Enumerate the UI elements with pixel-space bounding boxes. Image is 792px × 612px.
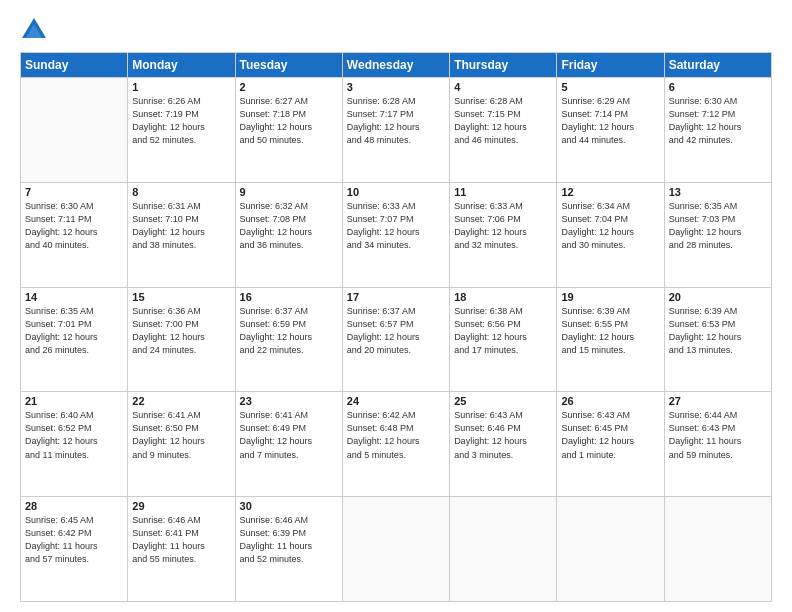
- header-day-wednesday: Wednesday: [342, 53, 449, 78]
- header: [20, 16, 772, 44]
- logo-icon: [20, 16, 48, 44]
- header-day-thursday: Thursday: [450, 53, 557, 78]
- day-info: Sunrise: 6:36 AMSunset: 7:00 PMDaylight:…: [132, 305, 230, 357]
- day-info: Sunrise: 6:44 AMSunset: 6:43 PMDaylight:…: [669, 409, 767, 461]
- day-number: 24: [347, 395, 445, 407]
- day-number: 5: [561, 81, 659, 93]
- calendar-cell: 21Sunrise: 6:40 AMSunset: 6:52 PMDayligh…: [21, 392, 128, 497]
- week-row-2: 7Sunrise: 6:30 AMSunset: 7:11 PMDaylight…: [21, 182, 772, 287]
- calendar-cell: 27Sunrise: 6:44 AMSunset: 6:43 PMDayligh…: [664, 392, 771, 497]
- day-info: Sunrise: 6:41 AMSunset: 6:49 PMDaylight:…: [240, 409, 338, 461]
- calendar-cell: 3Sunrise: 6:28 AMSunset: 7:17 PMDaylight…: [342, 78, 449, 183]
- calendar-cell: 17Sunrise: 6:37 AMSunset: 6:57 PMDayligh…: [342, 287, 449, 392]
- calendar-cell: 25Sunrise: 6:43 AMSunset: 6:46 PMDayligh…: [450, 392, 557, 497]
- header-day-saturday: Saturday: [664, 53, 771, 78]
- day-info: Sunrise: 6:28 AMSunset: 7:15 PMDaylight:…: [454, 95, 552, 147]
- day-number: 15: [132, 291, 230, 303]
- header-day-sunday: Sunday: [21, 53, 128, 78]
- calendar-cell: 13Sunrise: 6:35 AMSunset: 7:03 PMDayligh…: [664, 182, 771, 287]
- calendar-cell: 22Sunrise: 6:41 AMSunset: 6:50 PMDayligh…: [128, 392, 235, 497]
- calendar-cell: 18Sunrise: 6:38 AMSunset: 6:56 PMDayligh…: [450, 287, 557, 392]
- day-info: Sunrise: 6:35 AMSunset: 7:03 PMDaylight:…: [669, 200, 767, 252]
- day-info: Sunrise: 6:34 AMSunset: 7:04 PMDaylight:…: [561, 200, 659, 252]
- calendar-cell: 5Sunrise: 6:29 AMSunset: 7:14 PMDaylight…: [557, 78, 664, 183]
- calendar-header: SundayMondayTuesdayWednesdayThursdayFrid…: [21, 53, 772, 78]
- day-info: Sunrise: 6:46 AMSunset: 6:39 PMDaylight:…: [240, 514, 338, 566]
- day-info: Sunrise: 6:35 AMSunset: 7:01 PMDaylight:…: [25, 305, 123, 357]
- header-row: SundayMondayTuesdayWednesdayThursdayFrid…: [21, 53, 772, 78]
- day-info: Sunrise: 6:31 AMSunset: 7:10 PMDaylight:…: [132, 200, 230, 252]
- day-number: 9: [240, 186, 338, 198]
- calendar-cell: 26Sunrise: 6:43 AMSunset: 6:45 PMDayligh…: [557, 392, 664, 497]
- calendar-cell: [664, 497, 771, 602]
- day-number: 23: [240, 395, 338, 407]
- day-info: Sunrise: 6:37 AMSunset: 6:59 PMDaylight:…: [240, 305, 338, 357]
- calendar-cell: 24Sunrise: 6:42 AMSunset: 6:48 PMDayligh…: [342, 392, 449, 497]
- day-info: Sunrise: 6:30 AMSunset: 7:12 PMDaylight:…: [669, 95, 767, 147]
- day-number: 16: [240, 291, 338, 303]
- calendar-cell: [21, 78, 128, 183]
- calendar-cell: 4Sunrise: 6:28 AMSunset: 7:15 PMDaylight…: [450, 78, 557, 183]
- calendar-cell: 7Sunrise: 6:30 AMSunset: 7:11 PMDaylight…: [21, 182, 128, 287]
- day-info: Sunrise: 6:28 AMSunset: 7:17 PMDaylight:…: [347, 95, 445, 147]
- day-number: 1: [132, 81, 230, 93]
- calendar-cell: 15Sunrise: 6:36 AMSunset: 7:00 PMDayligh…: [128, 287, 235, 392]
- day-number: 8: [132, 186, 230, 198]
- calendar-cell: [557, 497, 664, 602]
- day-number: 7: [25, 186, 123, 198]
- day-info: Sunrise: 6:39 AMSunset: 6:53 PMDaylight:…: [669, 305, 767, 357]
- calendar-cell: 11Sunrise: 6:33 AMSunset: 7:06 PMDayligh…: [450, 182, 557, 287]
- day-number: 18: [454, 291, 552, 303]
- day-info: Sunrise: 6:32 AMSunset: 7:08 PMDaylight:…: [240, 200, 338, 252]
- calendar-cell: 30Sunrise: 6:46 AMSunset: 6:39 PMDayligh…: [235, 497, 342, 602]
- day-number: 19: [561, 291, 659, 303]
- calendar-cell: [342, 497, 449, 602]
- header-day-monday: Monday: [128, 53, 235, 78]
- day-number: 6: [669, 81, 767, 93]
- day-info: Sunrise: 6:40 AMSunset: 6:52 PMDaylight:…: [25, 409, 123, 461]
- day-info: Sunrise: 6:33 AMSunset: 7:07 PMDaylight:…: [347, 200, 445, 252]
- day-number: 25: [454, 395, 552, 407]
- calendar-table: SundayMondayTuesdayWednesdayThursdayFrid…: [20, 52, 772, 602]
- day-info: Sunrise: 6:38 AMSunset: 6:56 PMDaylight:…: [454, 305, 552, 357]
- calendar-body: 1Sunrise: 6:26 AMSunset: 7:19 PMDaylight…: [21, 78, 772, 602]
- calendar-cell: 23Sunrise: 6:41 AMSunset: 6:49 PMDayligh…: [235, 392, 342, 497]
- day-number: 11: [454, 186, 552, 198]
- week-row-5: 28Sunrise: 6:45 AMSunset: 6:42 PMDayligh…: [21, 497, 772, 602]
- day-info: Sunrise: 6:30 AMSunset: 7:11 PMDaylight:…: [25, 200, 123, 252]
- day-number: 13: [669, 186, 767, 198]
- day-info: Sunrise: 6:37 AMSunset: 6:57 PMDaylight:…: [347, 305, 445, 357]
- calendar-cell: 14Sunrise: 6:35 AMSunset: 7:01 PMDayligh…: [21, 287, 128, 392]
- day-number: 17: [347, 291, 445, 303]
- day-number: 21: [25, 395, 123, 407]
- calendar-cell: 10Sunrise: 6:33 AMSunset: 7:07 PMDayligh…: [342, 182, 449, 287]
- calendar-cell: 28Sunrise: 6:45 AMSunset: 6:42 PMDayligh…: [21, 497, 128, 602]
- calendar-cell: 1Sunrise: 6:26 AMSunset: 7:19 PMDaylight…: [128, 78, 235, 183]
- day-number: 10: [347, 186, 445, 198]
- calendar-cell: 29Sunrise: 6:46 AMSunset: 6:41 PMDayligh…: [128, 497, 235, 602]
- week-row-1: 1Sunrise: 6:26 AMSunset: 7:19 PMDaylight…: [21, 78, 772, 183]
- day-info: Sunrise: 6:41 AMSunset: 6:50 PMDaylight:…: [132, 409, 230, 461]
- calendar-cell: 20Sunrise: 6:39 AMSunset: 6:53 PMDayligh…: [664, 287, 771, 392]
- page: SundayMondayTuesdayWednesdayThursdayFrid…: [0, 0, 792, 612]
- calendar-cell: 19Sunrise: 6:39 AMSunset: 6:55 PMDayligh…: [557, 287, 664, 392]
- day-number: 3: [347, 81, 445, 93]
- header-day-tuesday: Tuesday: [235, 53, 342, 78]
- day-number: 26: [561, 395, 659, 407]
- day-number: 14: [25, 291, 123, 303]
- day-number: 28: [25, 500, 123, 512]
- day-info: Sunrise: 6:27 AMSunset: 7:18 PMDaylight:…: [240, 95, 338, 147]
- day-info: Sunrise: 6:43 AMSunset: 6:45 PMDaylight:…: [561, 409, 659, 461]
- day-number: 30: [240, 500, 338, 512]
- week-row-3: 14Sunrise: 6:35 AMSunset: 7:01 PMDayligh…: [21, 287, 772, 392]
- calendar-cell: 6Sunrise: 6:30 AMSunset: 7:12 PMDaylight…: [664, 78, 771, 183]
- calendar-cell: 2Sunrise: 6:27 AMSunset: 7:18 PMDaylight…: [235, 78, 342, 183]
- day-info: Sunrise: 6:42 AMSunset: 6:48 PMDaylight:…: [347, 409, 445, 461]
- day-info: Sunrise: 6:29 AMSunset: 7:14 PMDaylight:…: [561, 95, 659, 147]
- logo: [20, 16, 52, 44]
- day-number: 27: [669, 395, 767, 407]
- day-info: Sunrise: 6:33 AMSunset: 7:06 PMDaylight:…: [454, 200, 552, 252]
- day-number: 2: [240, 81, 338, 93]
- calendar-cell: 16Sunrise: 6:37 AMSunset: 6:59 PMDayligh…: [235, 287, 342, 392]
- week-row-4: 21Sunrise: 6:40 AMSunset: 6:52 PMDayligh…: [21, 392, 772, 497]
